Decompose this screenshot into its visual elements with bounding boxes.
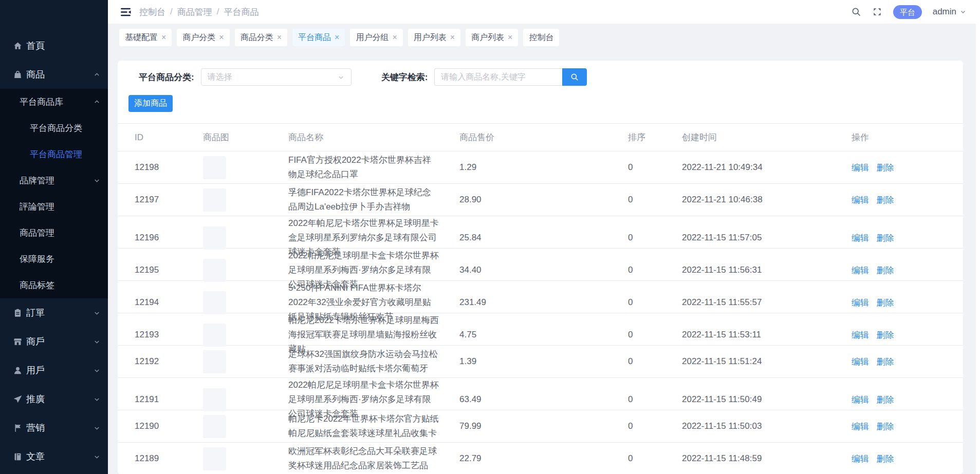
edit-link[interactable]: 编辑 — [852, 330, 869, 340]
edit-link[interactable]: 编辑 — [852, 195, 869, 205]
product-price: 79.99 — [459, 421, 628, 431]
close-icon[interactable]: × — [219, 33, 224, 42]
product-created-time: 2022-11-21 10:49:34 — [682, 162, 852, 173]
close-icon[interactable]: × — [392, 33, 397, 42]
sidebar-item-guarantee-service[interactable]: 保障服务 — [0, 246, 108, 272]
close-icon[interactable]: × — [277, 33, 282, 42]
product-sort: 0 — [628, 394, 682, 405]
keyword-input[interactable] — [434, 68, 562, 86]
col-header-name: 商品名称 — [288, 131, 459, 143]
menu-fold-icon[interactable] — [119, 6, 132, 18]
delete-link[interactable]: 删除 — [877, 298, 894, 308]
table-body: 12198 FIFA官方授权2022卡塔尔世界杯吉祥物足球纪念品口罩 1.29 … — [118, 151, 963, 474]
topbar-right: 平台 admin — [851, 5, 967, 19]
sidebar-item-home[interactable]: 首頁 — [0, 31, 108, 60]
user-menu[interactable]: admin — [933, 7, 967, 17]
product-id: 12198 — [135, 162, 203, 173]
sidebar-item-promotion[interactable]: 推廣 — [0, 385, 108, 413]
delete-link[interactable]: 删除 — [877, 233, 894, 243]
delete-link[interactable]: 删除 — [877, 454, 894, 464]
sidebar-item-platform-goods-management[interactable]: 平台商品管理 — [0, 141, 108, 167]
add-product-button[interactable]: 添加商品 — [128, 95, 173, 112]
paper-plane-icon — [13, 394, 23, 404]
clipboard-icon — [13, 308, 23, 318]
product-created-time: 2022-11-15 11:57:05 — [682, 233, 852, 243]
delete-link[interactable]: 删除 — [877, 266, 894, 275]
product-name: 欧洲冠军杯表彰纪念品大耳朵联赛足球奖杯球迷用品纪念品家居装饰工艺品 — [288, 444, 459, 473]
delete-link[interactable]: 删除 — [877, 330, 894, 340]
sidebar-item-articles[interactable]: 文章 — [0, 442, 108, 471]
delete-link[interactable]: 删除 — [877, 422, 894, 431]
category-select[interactable]: 请选择 — [201, 68, 352, 86]
sidebar-item-users[interactable]: 用戶 — [0, 356, 108, 385]
col-header-sort: 排序 — [628, 131, 682, 143]
close-icon[interactable]: × — [450, 33, 455, 42]
product-name: 孚德FIFA2022卡塔尔世界杯足球纪念品周边La'eeb拉伊卜手办吉祥物 — [288, 185, 459, 214]
product-image-placeholder — [203, 415, 226, 438]
sidebar-item-review-management[interactable]: 評論管理 — [0, 194, 108, 220]
edit-link[interactable]: 编辑 — [852, 357, 869, 367]
product-image-placeholder — [203, 259, 226, 282]
chevron-down-icon — [93, 177, 101, 184]
product-image-placeholder — [203, 188, 226, 212]
breadcrumb-item-console[interactable]: 控制台 — [139, 6, 165, 18]
sidebar-item-platform-goods-category[interactable]: 平台商品分类 — [0, 115, 108, 141]
edit-link[interactable]: 编辑 — [852, 163, 869, 173]
content: 平台商品分类: 请选择 关键字检索: 添加商品 — [108, 51, 980, 474]
tab-basic-config[interactable]: 基礎配置 × — [119, 29, 172, 46]
category-filter-label: 平台商品分类: — [139, 71, 194, 83]
fullscreen-icon[interactable] — [872, 7, 882, 17]
search-icon[interactable] — [851, 7, 861, 17]
product-image-placeholder — [203, 226, 226, 250]
tab-user-group[interactable]: 用户分组 × — [350, 29, 402, 46]
edit-link[interactable]: 编辑 — [852, 233, 869, 243]
breadcrumb-item-goods-management[interactable]: 商品管理 — [177, 6, 212, 18]
product-image-placeholder — [203, 388, 226, 411]
edit-link[interactable]: 编辑 — [852, 266, 869, 275]
close-icon[interactable]: × — [335, 33, 339, 42]
table-row: 12193 帕尼尼2022卡塔尔世界杯足球明星梅西海报冠军联赛足球明星墙贴海报粉… — [118, 313, 963, 346]
breadcrumb: 控制台 / 商品管理 / 平台商品 — [139, 6, 258, 18]
topbar: 控制台 / 商品管理 / 平台商品 平台 admin — [108, 0, 980, 24]
delete-link[interactable]: 删除 — [877, 395, 894, 405]
product-created-time: 2022-11-15 11:55:57 — [682, 297, 852, 308]
product-id: 12196 — [135, 233, 203, 243]
delete-link[interactable]: 删除 — [877, 163, 894, 173]
edit-link[interactable]: 编辑 — [852, 422, 869, 431]
tab-merchant-list[interactable]: 商户列表 × — [466, 29, 518, 46]
tab-merchant-category[interactable]: 商户分类 × — [177, 29, 229, 46]
product-price: 25.84 — [459, 233, 628, 243]
sidebar-item-platform-goods-library[interactable]: 平台商品库 — [0, 89, 108, 115]
product-name: FIFA官方授权2022卡塔尔世界杯吉祥物足球纪念品口罩 — [288, 153, 459, 182]
sidebar-item-marketing[interactable]: 营销 — [0, 413, 108, 442]
product-sort: 0 — [628, 356, 682, 367]
chevron-up-icon — [93, 98, 101, 106]
table-row: 12190 帕尼尼卡2022年世界杯卡塔尔官方贴纸帕尼尼贴纸盒套装球迷球星礼品收… — [118, 410, 963, 443]
delete-link[interactable]: 删除 — [877, 357, 894, 367]
sidebar-item-brand-management[interactable]: 品牌管理 — [0, 167, 108, 194]
sidebar-item-merchants[interactable]: 商戶 — [0, 327, 108, 356]
product-id: 12194 — [135, 297, 203, 308]
tab-user-list[interactable]: 用户列表 × — [408, 29, 460, 46]
col-header-created: 创建时间 — [682, 131, 852, 143]
window-scrollbar[interactable] — [976, 0, 980, 474]
close-icon[interactable]: × — [508, 33, 512, 42]
search-button[interactable] — [562, 68, 587, 86]
product-sort: 0 — [628, 297, 682, 308]
tab-product-category[interactable]: 商品分类 × — [235, 29, 287, 46]
table-header: ID 商品图 商品名称 商品售价 排序 创建时间 操作 — [118, 124, 963, 151]
edit-link[interactable]: 编辑 — [852, 454, 869, 464]
tab-console[interactable]: 控制台 — [523, 29, 559, 46]
product-id: 12193 — [135, 330, 203, 340]
delete-link[interactable]: 删除 — [877, 195, 894, 205]
sidebar-item-goods-tags[interactable]: 商品标签 — [0, 272, 108, 298]
product-sort: 0 — [628, 330, 682, 340]
sidebar-item-orders[interactable]: 訂單 — [0, 298, 108, 327]
product-sort: 0 — [628, 195, 682, 205]
close-icon[interactable]: × — [161, 33, 166, 42]
tab-platform-product[interactable]: 平台商品 × — [292, 29, 345, 46]
sidebar-item-goods-management[interactable]: 商品管理 — [0, 220, 108, 246]
sidebar-item-goods[interactable]: 商品 — [0, 60, 108, 89]
edit-link[interactable]: 编辑 — [852, 298, 869, 308]
edit-link[interactable]: 编辑 — [852, 395, 869, 405]
